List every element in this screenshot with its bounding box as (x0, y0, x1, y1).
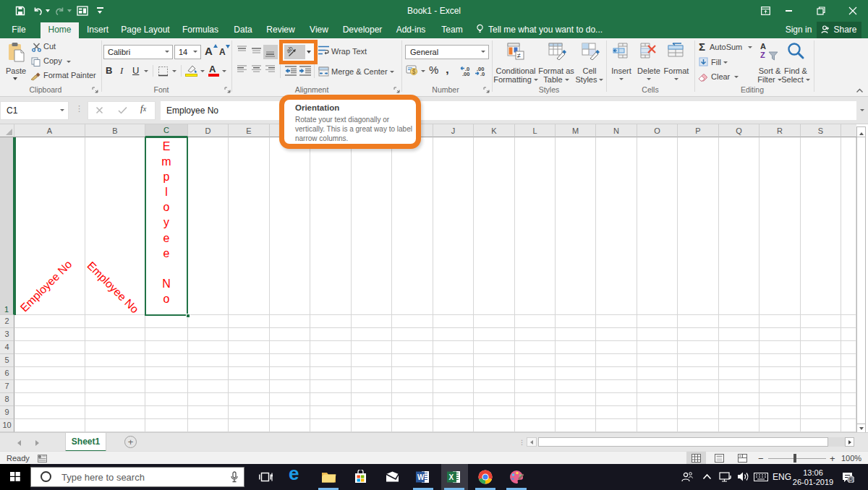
svg-text:.00: .00 (462, 71, 469, 76)
svg-text:A: A (760, 42, 766, 51)
svg-text:≠: ≠ (517, 52, 521, 59)
svg-text:$: $ (412, 68, 416, 75)
svg-text:W: W (417, 473, 425, 481)
svg-text:5: 5 (849, 476, 853, 483)
svg-text:.0: .0 (480, 71, 485, 76)
svg-text:X: X (449, 473, 454, 481)
svg-text:Z: Z (760, 51, 765, 59)
